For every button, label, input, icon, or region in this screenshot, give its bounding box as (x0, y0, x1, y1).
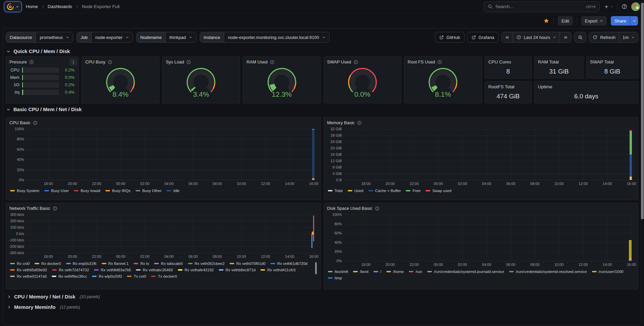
new-dropdown-button[interactable] (604, 4, 613, 9)
gridline-h (345, 129, 635, 129)
legend-item[interactable]: Rx vethabc35469 (136, 268, 173, 272)
dashboard-link-grafana[interactable]: Grafana (467, 32, 499, 43)
legend-item[interactable]: Total (328, 189, 343, 193)
legend-item[interactable]: /run (409, 270, 422, 274)
stat-title: RootFS Total (485, 82, 531, 89)
legend-label: Total (335, 189, 343, 193)
time-zoom-out-button[interactable] (575, 32, 586, 42)
variable-value[interactable]: node-exporter.monitoring.svc.cluster.loc… (224, 32, 329, 42)
legend-item[interactable]: Rx wlp0s20f3 (92, 274, 122, 278)
legend-item[interactable]: Cache + Buffer (368, 189, 401, 193)
legend-item[interactable]: Rx veth61d6720d (270, 262, 307, 266)
variable-picker-instance[interactable]: Instancenode-exporter.monitoring.svc.clu… (200, 32, 330, 43)
info-icon[interactable] (353, 60, 358, 64)
legend-item[interactable]: /run/credentials/systemd-resolved.servic… (509, 270, 587, 274)
legend-item[interactable]: Rx vethafe43192 (178, 268, 214, 272)
grafana-logo-button[interactable] (4, 1, 22, 12)
variable-value[interactable]: thinkpad (166, 32, 196, 42)
legend-item[interactable]: Rx vethd411cfc5 (260, 268, 296, 272)
legend-item[interactable]: Rx docker0 (35, 262, 61, 266)
time-shift-back-button[interactable] (502, 32, 513, 42)
legend-label: Rx vethf9ec36cc (58, 274, 87, 278)
variable-picker-datasource[interactable]: Datasourceprometheus (6, 32, 73, 43)
favorite-star-icon[interactable] (543, 18, 549, 24)
variable-value[interactable]: prometheus (36, 32, 73, 42)
stat-value: 31 GiB (535, 68, 583, 75)
legend-item[interactable]: Busy User (44, 189, 69, 193)
legend-item[interactable]: Rx cni0 (10, 262, 30, 266)
breadcrumb-item[interactable]: Node Exporter Full (82, 4, 120, 9)
panel-menu-kebab-icon[interactable] (69, 58, 77, 66)
pressure-bar-label: I/O (9, 83, 19, 87)
info-icon[interactable] (186, 60, 191, 64)
legend-item[interactable]: /run/credentials/systemd-journald.servic… (427, 270, 504, 274)
share-button[interactable]: Share (611, 16, 630, 26)
page-scrollbar[interactable] (641, 3, 644, 219)
info-icon[interactable] (437, 60, 442, 64)
info-icon[interactable] (270, 60, 275, 64)
chart-legend: Busy SystemBusy UserBusy IowaitBusy IRQs… (9, 189, 317, 193)
pressure-bar-fill (22, 82, 23, 88)
info-icon[interactable] (375, 206, 380, 211)
legend-item[interactable]: Busy System (10, 189, 39, 193)
series-data-bar (630, 154, 632, 177)
legend-item[interactable]: /boot (353, 270, 368, 274)
pressure-bar-row: Mem0.0% (9, 75, 75, 80)
row-header-basic[interactable]: Basic CPU / Mem / Net / Disk (3, 103, 641, 114)
legend-item[interactable]: Free (406, 189, 420, 193)
time-range-picker[interactable]: Last 24 hours (513, 32, 560, 42)
collapsed-row[interactable]: Memory Meminfo(12 panels) (4, 302, 640, 312)
legend-item[interactable]: Busy Other (136, 189, 162, 193)
user-avatar[interactable] (631, 2, 640, 11)
edit-button[interactable]: Edit (558, 16, 573, 26)
breadcrumb-item[interactable]: Home (26, 4, 38, 9)
info-icon[interactable] (33, 121, 38, 125)
legend-item[interactable]: Rx veth65d59e92 (10, 268, 47, 272)
legend-item[interactable]: /home (386, 270, 404, 274)
legend-item[interactable]: /run/user/1000 (592, 270, 624, 274)
legend-item[interactable]: Rx enp0s31f6 (66, 262, 97, 266)
variable-picker-job[interactable]: Jobnode-exporter (77, 32, 133, 43)
dashboard-controls: DatasourceprometheusJobnode-exporterNode… (3, 29, 641, 45)
legend-item[interactable]: Rx tailscale0 (154, 262, 183, 266)
legend-scrollbar[interactable] (315, 262, 317, 274)
breadcrumb-item[interactable]: Dashboards (48, 4, 72, 9)
legend-item[interactable]: Tx cni0 (127, 274, 146, 278)
legend-item[interactable]: Rx vethf9ec36cc (52, 274, 87, 278)
legend-item[interactable]: Busy Iowait (74, 189, 100, 193)
legend-item[interactable]: /tmp (328, 276, 342, 280)
legend-item[interactable]: Rx lo (134, 262, 149, 266)
info-icon[interactable] (108, 60, 112, 64)
variable-picker-nodename[interactable]: Nodenamethinkpad (136, 32, 196, 43)
info-icon[interactable] (357, 121, 362, 125)
legend-item[interactable]: Rx vethe01147a5 (10, 274, 47, 278)
legend-item[interactable]: Rx vethb8ec871d (219, 268, 256, 272)
legend-item[interactable]: Rx veth72d74732 (52, 268, 89, 272)
share-options-caret[interactable] (630, 16, 638, 26)
legend-item[interactable]: Busy IRQs (105, 189, 131, 193)
collapsed-row[interactable]: CPU / Memory / Net / Disk(10 panels) (4, 291, 640, 302)
time-shift-forward-button[interactable] (560, 32, 571, 42)
legend-item[interactable]: Rx veth070f01d0 (230, 262, 265, 266)
legend-item[interactable]: Used (348, 189, 363, 193)
refresh-button[interactable]: Refresh (589, 32, 619, 42)
export-button[interactable]: Export (581, 16, 607, 26)
legend-item[interactable]: Tx docker0 (151, 274, 177, 278)
search-input[interactable]: Search... ctrl+k (484, 1, 600, 12)
info-icon[interactable] (29, 60, 34, 64)
legend-item[interactable]: Idle (166, 189, 180, 193)
pressure-bar-value: 0.2% (62, 83, 75, 87)
legend-item[interactable]: Rx flannel.1 (102, 262, 129, 266)
gauge-value: 3.4% (162, 90, 240, 98)
legend-item[interactable]: / (374, 270, 381, 274)
info-icon[interactable] (53, 206, 57, 211)
legend-item[interactable]: Rx veth8d93a7b5 (94, 268, 131, 272)
legend-item[interactable]: Rx veth052cbee2 (188, 262, 225, 266)
legend-item[interactable]: /boot/efi (328, 270, 348, 274)
help-button[interactable] (622, 4, 627, 9)
variable-value[interactable]: node-exporter (92, 32, 133, 42)
dashboard-link-github[interactable]: GitHub (435, 32, 464, 43)
legend-item[interactable]: Swap used (426, 189, 451, 193)
row-header-quick[interactable]: Quick CPU / Mem / Disk (3, 45, 641, 56)
refresh-interval-picker[interactable]: 1m (619, 32, 638, 42)
